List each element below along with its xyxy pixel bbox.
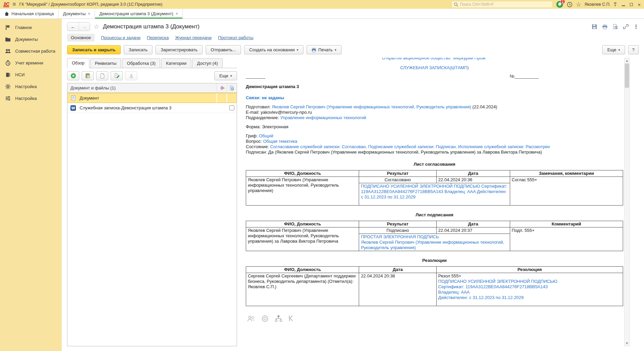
word-file-icon: W: [70, 105, 76, 111]
form-header: ← → ☆ Демонстрация штампа 3 (Документ) ⋮: [62, 19, 644, 32]
stopwatch-icon: [5, 60, 11, 66]
new-file-button[interactable]: [96, 71, 108, 80]
participants-icon[interactable]: [247, 315, 255, 322]
state-link[interactable]: Согласование служебной записки: Согласов…: [270, 144, 550, 149]
edit-file-icon: [114, 73, 120, 79]
nav-link-transfer-log[interactable]: Журнал передачи: [175, 35, 212, 40]
forward-button[interactable]: →: [79, 23, 90, 31]
approval-signature: ПОДПИСАНО УСИЛЕННОЙ ЭЛЕКТРОННОЙ ПОДПИСЬЮ…: [359, 183, 510, 206]
register-button[interactable]: Зарегистрировать: [155, 45, 202, 54]
preview-content: Открытое акционерное общество "Меркурий …: [240, 58, 623, 322]
blank-file-icon: [99, 73, 105, 79]
nav-link-correspondence[interactable]: Переписка: [147, 35, 169, 40]
list-item-file[interactable]: W Служебная записка-Демонстрация штампа …: [67, 103, 237, 113]
print-icon[interactable]: [602, 24, 608, 29]
signing-table: ФИО, Должность Результат Дата Комментари…: [246, 221, 623, 251]
sidebar-item-collaboration[interactable]: Совместная работа: [0, 45, 62, 57]
nav-link-main[interactable]: Основное: [67, 34, 95, 42]
sidebar-item-settings-2[interactable]: Настройка: [0, 92, 62, 104]
link-icon[interactable]: [623, 24, 628, 29]
sidebar-item-main[interactable]: Главное: [0, 22, 62, 33]
paste-button[interactable]: [82, 71, 94, 80]
files-list-header[interactable]: Документ и файлы (1): [67, 83, 237, 93]
signer-name: Яковлев Сергей Петрович (Управление инфо…: [246, 227, 359, 251]
print-label: Печать: [318, 47, 333, 52]
scrollbar-thumb[interactable]: [625, 63, 629, 88]
minimize-button[interactable]: [622, 2, 625, 7]
department-link[interactable]: Управление информационных технологий: [280, 115, 366, 120]
list-item-label: Служебная записка-Демонстрация штампа 3: [78, 103, 216, 113]
tab-processing[interactable]: Обработка (3): [122, 58, 160, 68]
back-button[interactable]: ←: [67, 23, 79, 31]
org-structure-icon[interactable]: [275, 315, 282, 322]
signature-column-header[interactable]: [216, 83, 227, 92]
close-icon[interactable]: ×: [88, 11, 90, 16]
scroll-up-icon[interactable]: ▲: [625, 58, 628, 63]
tab-requisites[interactable]: Реквизиты: [90, 58, 121, 68]
more-label: Еще: [607, 47, 616, 52]
connect-icon[interactable]: K: [288, 316, 293, 321]
list-item-label: Документ: [78, 93, 216, 103]
current-user[interactable]: Яковлев С.П.: [584, 2, 610, 7]
grif-link[interactable]: Общий: [259, 133, 273, 138]
more-actions-icon[interactable]: ⋮: [634, 24, 639, 30]
search-input[interactable]: [460, 2, 550, 7]
nav-link-processes[interactable]: Процессы и задачи: [101, 35, 141, 40]
save-and-close-button[interactable]: Записать и закрыть: [67, 45, 121, 54]
preview-icon[interactable]: [613, 24, 618, 29]
more-button[interactable]: Еще ▾: [602, 45, 625, 54]
scan-icon: [128, 73, 134, 79]
list-item-document[interactable]: Документ: [67, 93, 237, 103]
favorites-button[interactable]: ☆: [576, 1, 581, 8]
preview-scrollbar[interactable]: ▲ ▼: [624, 58, 630, 346]
seal-icon[interactable]: [261, 315, 269, 322]
stamp-title: СЛУЖЕБНАЯ ЗАПИСКА(ШТАМП): [246, 65, 623, 71]
nav-link-work-protocol[interactable]: Протокол работы: [218, 35, 254, 40]
tab-current-document[interactable]: Демонстрация штампа 3 (Документ) ×: [95, 9, 183, 19]
sidebar-item-time-tracking[interactable]: Учет времени: [0, 57, 62, 69]
column-header: ФИО, Должность: [246, 170, 359, 177]
signature-icon: [219, 85, 225, 91]
stamp-column-header[interactable]: [227, 83, 237, 92]
send-button[interactable]: Отправить...: [206, 45, 241, 54]
tab-overview[interactable]: Обзор: [67, 58, 89, 68]
maximize-button[interactable]: [630, 2, 633, 7]
add-to-favorites-button[interactable]: ☆: [94, 23, 99, 30]
close-button[interactable]: ×: [638, 2, 641, 7]
prepared-by-link[interactable]: Яковлев Сергей Петрович (Управление инфо…: [272, 104, 471, 109]
files-more-label: Еще: [219, 73, 228, 78]
scroll-down-icon[interactable]: ▼: [625, 341, 628, 346]
main-menu-icon[interactable]: ≡: [12, 1, 16, 8]
topic-link[interactable]: Общая тематика: [263, 139, 297, 144]
chevron-down-icon: ▾: [614, 4, 616, 7]
tab-categories[interactable]: Категории: [161, 58, 191, 68]
tab-home[interactable]: Начальная страница: [0, 9, 59, 19]
scan-button[interactable]: [125, 71, 137, 80]
files-toolbar: Еще ▾: [67, 68, 237, 83]
service-menu-button[interactable]: ≡ ▾: [614, 2, 617, 7]
save-button[interactable]: Записать: [124, 45, 153, 54]
links-line[interactable]: Связи: не заданы: [246, 95, 623, 101]
prepared-line: Подготовил: Яковлев Сергей Петрович (Упр…: [246, 104, 623, 110]
help-button[interactable]: ?: [628, 45, 639, 54]
sidebar-item-label: Документы: [15, 37, 38, 42]
close-icon[interactable]: ×: [176, 11, 178, 16]
sidebar-item-settings[interactable]: Настройка: [0, 81, 62, 92]
form-actions: Записать и закрыть Записать Зарегистриро…: [62, 44, 644, 58]
create-based-on-button[interactable]: Создать на основании ▾: [244, 45, 303, 54]
tab-access[interactable]: Доступ (4): [192, 58, 223, 68]
tab-documents[interactable]: Документы ×: [59, 9, 95, 19]
people-icon: [5, 48, 11, 54]
stamp-checkbox[interactable]: [229, 105, 234, 110]
edit-file-button[interactable]: [111, 71, 123, 80]
save-icon[interactable]: [592, 24, 597, 29]
global-search[interactable]: [451, 1, 553, 8]
history-button[interactable]: [567, 2, 573, 7]
add-button[interactable]: [67, 71, 79, 80]
files-more-button[interactable]: Еще ▾: [214, 71, 237, 80]
notifications-button[interactable]: 1: [556, 1, 563, 8]
sidebar-item-nsi[interactable]: НСИ: [0, 69, 62, 81]
print-button[interactable]: Печать ▾: [306, 45, 342, 54]
sidebar-item-documents[interactable]: Документы: [0, 33, 62, 45]
signing-comment: Подп. 555+: [510, 227, 623, 251]
